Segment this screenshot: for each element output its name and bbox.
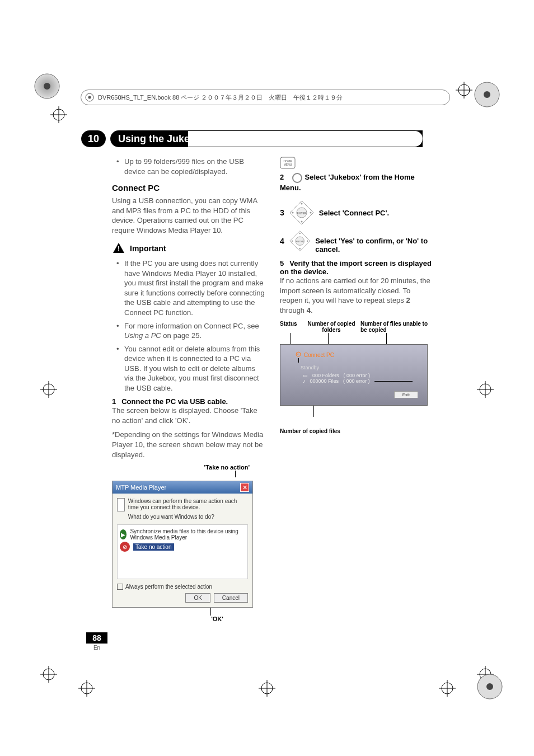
svg-point-44 <box>301 203 302 205</box>
important-item-3: You cannot edit or delete albums from th… <box>119 344 266 393</box>
fig1-label-top: 'Take no action' <box>112 464 266 471</box>
crosshair-icon <box>477 381 494 398</box>
svg-point-52 <box>299 248 301 250</box>
warning-icon: ! <box>112 242 125 255</box>
import-screen-figure: Status Number of copied folders Number o… <box>280 321 434 434</box>
step-4-text: Select 'Yes' to confirm, or 'No' to canc… <box>315 230 434 253</box>
connect-pc-body: Using a USB connection, you can copy WMA… <box>112 196 266 235</box>
enter-nav-icon: ENTER <box>289 230 311 256</box>
important-row: ! Important <box>112 242 266 255</box>
svg-point-53 <box>292 240 293 242</box>
no-action-icon: ⊘ <box>120 542 130 552</box>
checkbox-icon <box>117 584 123 590</box>
step-1-body: The screen below is displayed. Choose 'T… <box>112 406 266 425</box>
crosshair-icon <box>259 680 275 697</box>
fig2-files-err: ( 000 error ) <box>343 378 370 384</box>
right-column: HOMEMENU 2 Select 'Jukebox' from the Hom… <box>280 157 434 622</box>
chapter-bar: 10 Using the Jukebox <box>81 130 423 148</box>
exit-button: Exit <box>394 391 418 398</box>
svg-point-23 <box>486 683 493 690</box>
svg-text:MENU: MENU <box>284 163 292 166</box>
page-badge: 88 En <box>86 632 107 651</box>
chapter-title-wrap: Using the Jukebox <box>110 130 423 147</box>
svg-text:!: ! <box>118 245 120 253</box>
svg-point-40 <box>293 173 302 182</box>
fig2-title: Connect PC <box>304 352 334 358</box>
step-1-note: *Depending on the settings for Windows M… <box>112 430 266 459</box>
circle-icon <box>292 172 303 184</box>
svg-text:ENTER: ENTER <box>297 212 306 215</box>
print-registration-icon <box>34 73 60 100</box>
connect-pc-heading: Connect PC <box>112 183 266 192</box>
top-bullet: Up to 99 folders/999 files on the USB de… <box>119 157 266 176</box>
dialog-title: MTP Media Player <box>116 484 166 491</box>
important-item-2: For more information on Connect PC, see … <box>119 321 266 341</box>
dialog-option-list: ▶ Synchronize media files to this device… <box>117 524 248 579</box>
svg-point-51 <box>299 233 301 234</box>
dialog-line1: Windows can perform the same action each… <box>128 498 248 510</box>
fig2-label-status: Status <box>280 321 302 333</box>
crosshair-icon <box>40 381 57 398</box>
step-2: 2 Select 'Jukebox' from the Home Menu. <box>280 172 434 192</box>
svg-point-46 <box>292 212 293 214</box>
enter-nav-icon: ENTER <box>289 200 315 226</box>
dialog-titlebar: MTP Media Player ✕ <box>113 481 252 494</box>
svg-point-54 <box>307 240 308 242</box>
music-note-icon: ♪ <box>303 378 306 384</box>
connect-icon <box>295 351 302 358</box>
left-column: Up to 99 folders/999 files on the USB de… <box>112 157 266 622</box>
dialog-checkbox-label: Always perform the selected action <box>125 584 212 590</box>
fig2-label-unable: Number of files unable to be copied <box>360 321 434 333</box>
cancel-button: Cancel <box>214 593 248 603</box>
fig2-standby: Standby <box>301 365 413 370</box>
fig2-folders-err: ( 000 error ) <box>344 373 371 378</box>
svg-text:ENTER: ENTER <box>296 240 303 243</box>
print-registration-icon <box>476 673 503 700</box>
document-icon <box>117 498 125 511</box>
fig1-label-bottom: 'OK' <box>112 616 266 622</box>
crosshair-icon <box>78 680 95 697</box>
chapter-number: 10 <box>81 130 106 147</box>
close-icon: ✕ <box>240 483 249 492</box>
step-5: 5Verify that the import screen is displa… <box>280 259 434 276</box>
folder-icon: ▭ <box>303 373 308 378</box>
header-file-info: DVR650HS_TLT_EN.book 88 ページ ２００７年３月２０日 火… <box>98 93 343 102</box>
dialog-opt2: Take no action <box>133 543 174 551</box>
page-header-bar: DVR650HS_TLT_EN.book 88 ページ ２００７年３月２０日 火… <box>81 90 450 105</box>
step-4-num: 4 <box>280 230 284 246</box>
crosshair-icon <box>40 666 57 683</box>
page-number: 88 <box>86 632 107 644</box>
crosshair-icon <box>439 680 456 697</box>
dialog-opt1: Synchronize media files to this device u… <box>130 528 245 541</box>
import-screen: Connect PC Standby ▭ 000 Folders ( 000 e… <box>280 344 428 406</box>
crosshair-icon <box>456 82 472 98</box>
fig2-caption: Number of copied files <box>280 428 434 434</box>
fig2-files: 000000 Files <box>310 378 339 384</box>
gear-icon <box>85 92 95 102</box>
fig2-folders: 000 Folders <box>312 373 339 378</box>
dialog-line2: What do you want Windows to do? <box>128 514 248 520</box>
step-3-text: Select 'Connect PC'. <box>319 209 389 217</box>
home-menu-button-icon: HOMEMENU <box>280 157 296 169</box>
step-3-num: 3 <box>280 208 284 217</box>
svg-point-47 <box>310 212 311 214</box>
crosshair-icon <box>50 106 67 123</box>
important-item-1: If the PC you are using does not current… <box>119 259 266 317</box>
step-1: 1Connect the PC via USB cable. <box>112 397 266 406</box>
step-5-body: If no actions are carried out for 20 min… <box>280 276 434 315</box>
svg-point-6 <box>484 91 490 98</box>
fig2-label-copied: Number of copied folders <box>305 321 358 333</box>
svg-point-34 <box>88 96 91 99</box>
page-lang: En <box>86 645 107 651</box>
ok-button: OK <box>185 593 210 603</box>
dialog-screenshot: MTP Media Player ✕ Windows can perform t… <box>112 481 253 608</box>
print-registration-icon <box>474 81 500 108</box>
important-label: Important <box>130 244 166 253</box>
play-icon: ▶ <box>120 529 127 539</box>
svg-point-1 <box>44 83 50 90</box>
svg-point-45 <box>301 221 302 223</box>
